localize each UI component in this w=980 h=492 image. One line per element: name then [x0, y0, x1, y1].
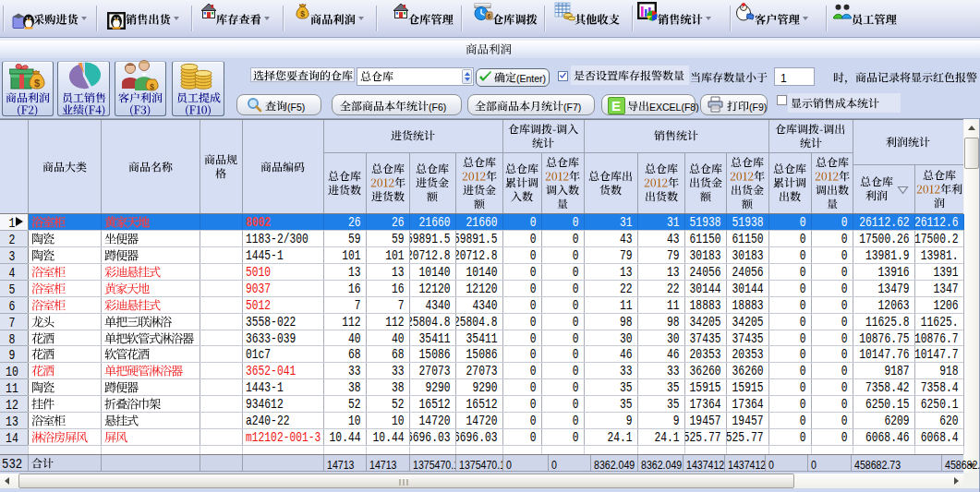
svg-text:$: $: [34, 78, 40, 89]
svg-text:$: $: [150, 82, 154, 91]
svg-text:$: $: [300, 9, 305, 18]
svg-text:6: 6: [488, 13, 491, 19]
